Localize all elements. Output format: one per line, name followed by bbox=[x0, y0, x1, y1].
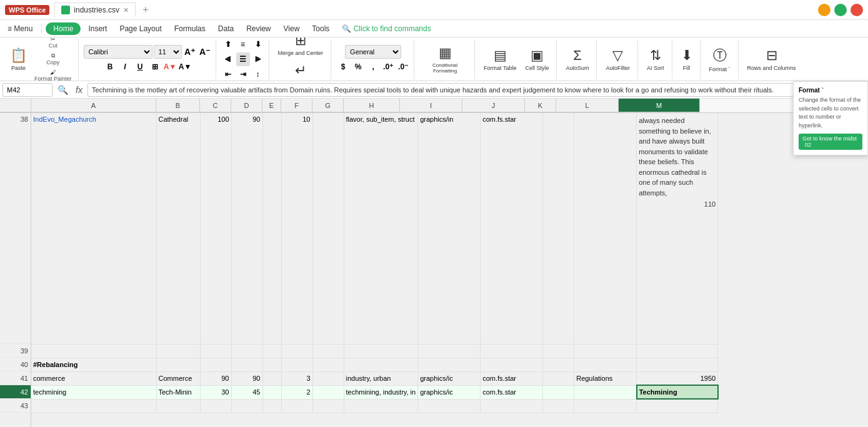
menu-view[interactable]: View bbox=[279, 22, 305, 35]
cell-M39[interactable] bbox=[637, 344, 718, 358]
cell-L39[interactable] bbox=[574, 344, 637, 358]
cell-K43[interactable] bbox=[543, 399, 574, 413]
cell-E38[interactable] bbox=[262, 113, 281, 344]
cell-J38[interactable]: com.fs.star bbox=[481, 113, 543, 344]
merge-center-button[interactable]: ⊞ Merge and Center bbox=[274, 37, 327, 59]
cell-B38[interactable]: Cathedral bbox=[156, 113, 200, 344]
cell-C40[interactable] bbox=[200, 358, 231, 371]
cell-G41[interactable] bbox=[312, 371, 344, 385]
row-num-38[interactable]: 38 bbox=[0, 113, 31, 344]
cell-F38[interactable]: 10 bbox=[281, 113, 312, 344]
cell-J41[interactable]: com.fs.star bbox=[481, 371, 543, 385]
cell-A39[interactable] bbox=[31, 344, 156, 358]
cell-J42[interactable]: com.fs.star bbox=[481, 385, 543, 399]
bold-button[interactable]: B bbox=[103, 60, 117, 74]
cell-A43[interactable] bbox=[31, 399, 156, 413]
cell-L41[interactable]: Regulations bbox=[574, 371, 637, 385]
font-color-button[interactable]: A▼ bbox=[178, 60, 192, 74]
cell-K41[interactable] bbox=[543, 371, 574, 385]
cell-C41[interactable]: 90 bbox=[200, 371, 231, 385]
cell-H41[interactable]: industry, urban bbox=[344, 371, 418, 385]
file-tab[interactable]: industries.csv ✕ bbox=[54, 2, 136, 17]
italic-button[interactable]: I bbox=[118, 60, 132, 74]
decrease-decimal-button[interactable]: .0⁻ bbox=[396, 60, 410, 74]
sort-button[interactable]: ⇅ AI Sort bbox=[643, 45, 668, 74]
border-button[interactable]: ⊞ bbox=[148, 60, 162, 74]
col-header-D[interactable]: D bbox=[231, 99, 262, 112]
font-size-select[interactable]: 11 bbox=[154, 45, 182, 59]
cell-B43[interactable] bbox=[156, 399, 200, 413]
align-bottom-button[interactable]: ⬇ bbox=[251, 37, 265, 51]
cell-E39[interactable] bbox=[262, 344, 281, 358]
number-format-select[interactable]: General bbox=[345, 45, 401, 59]
align-right-button[interactable]: ⫸ bbox=[251, 52, 265, 66]
cell-L38[interactable] bbox=[574, 113, 637, 344]
cell-E42[interactable] bbox=[262, 385, 281, 399]
cell-E40[interactable] bbox=[262, 358, 281, 371]
col-header-H[interactable]: H bbox=[344, 99, 400, 112]
col-header-F[interactable]: F bbox=[281, 99, 312, 112]
col-header-I[interactable]: I bbox=[400, 99, 462, 112]
cell-C43[interactable] bbox=[200, 399, 231, 413]
cell-H42[interactable]: techmining, industry, in bbox=[344, 385, 418, 399]
indent-right-button[interactable]: ⇥ bbox=[236, 67, 250, 81]
fill-button[interactable]: ⬇ Fill bbox=[677, 45, 696, 74]
zoom-icon[interactable]: 🔍 bbox=[55, 85, 71, 95]
rows-cols-button[interactable]: ⊟ Rows and Columns bbox=[744, 45, 800, 74]
cell-D39[interactable] bbox=[231, 344, 262, 358]
cell-I43[interactable] bbox=[418, 399, 481, 413]
autofilter-button[interactable]: ▽ AutoFilter bbox=[602, 45, 634, 74]
cell-H40[interactable] bbox=[344, 358, 418, 371]
cell-A42[interactable]: techmining bbox=[31, 385, 156, 399]
cell-D43[interactable] bbox=[231, 399, 262, 413]
maximize-button[interactable] bbox=[834, 4, 847, 16]
cell-G40[interactable] bbox=[312, 358, 344, 371]
underline-button[interactable]: U bbox=[133, 60, 147, 74]
col-header-A[interactable]: A bbox=[31, 99, 156, 112]
increase-decimal-button[interactable]: .0⁺ bbox=[381, 60, 395, 74]
new-tab-icon[interactable]: ＋ bbox=[141, 3, 151, 16]
font-family-select[interactable]: Calibri bbox=[84, 45, 152, 59]
fill-color-button[interactable]: A▼ bbox=[163, 60, 177, 74]
align-top-button[interactable]: ⬆ bbox=[221, 37, 235, 51]
cell-J39[interactable] bbox=[481, 344, 543, 358]
cell-A41[interactable]: commerce bbox=[31, 371, 156, 385]
row-num-41[interactable]: 41 bbox=[0, 371, 31, 385]
menu-formulas[interactable]: Formulas bbox=[169, 22, 211, 35]
cell-A40[interactable]: #Rebalancing bbox=[31, 358, 156, 371]
cell-M43[interactable] bbox=[637, 399, 718, 413]
menu-tools[interactable]: Tools bbox=[307, 22, 334, 35]
cell-reference-input[interactable] bbox=[2, 83, 52, 97]
col-header-K[interactable]: K bbox=[525, 99, 556, 112]
align-middle-button[interactable]: ≡ bbox=[236, 37, 250, 51]
cell-C39[interactable] bbox=[200, 344, 231, 358]
format-painter-button[interactable]: 🖌 Format Painter bbox=[32, 68, 74, 81]
text-direction-button[interactable]: ↕ bbox=[251, 67, 265, 81]
menu-page-layout[interactable]: Page Layout bbox=[114, 22, 166, 35]
cell-F40[interactable] bbox=[281, 358, 312, 371]
cell-H38[interactable]: flavor, sub_item, struct bbox=[344, 113, 418, 344]
comma-button[interactable]: , bbox=[366, 60, 380, 74]
cell-L43[interactable] bbox=[574, 399, 637, 413]
cell-K40[interactable] bbox=[543, 358, 574, 371]
col-header-E[interactable]: E bbox=[262, 99, 281, 112]
cell-K42[interactable] bbox=[543, 385, 574, 399]
cell-I42[interactable]: graphics/ic bbox=[418, 385, 481, 399]
col-header-B[interactable]: B bbox=[156, 99, 200, 112]
cell-C42[interactable]: 30 bbox=[200, 385, 231, 399]
cell-H43[interactable] bbox=[344, 399, 418, 413]
col-header-M[interactable]: M bbox=[619, 99, 700, 112]
cell-F42[interactable]: 2 bbox=[281, 385, 312, 399]
paste-button[interactable]: 📋 Paste bbox=[6, 45, 31, 74]
wps-logo[interactable]: WPS Office bbox=[5, 5, 49, 15]
cell-A38[interactable]: IndEvo_Megachurch bbox=[31, 113, 156, 344]
cell-M41[interactable]: 1950 bbox=[637, 371, 718, 385]
row-num-39[interactable]: 39 bbox=[0, 344, 31, 358]
close-button[interactable] bbox=[851, 4, 863, 16]
cell-L42[interactable] bbox=[574, 385, 637, 399]
grid-area[interactable]: IndEvo_Megachurch Cathedral 100 90 10 fl… bbox=[31, 113, 868, 427]
cell-L40[interactable] bbox=[574, 358, 637, 371]
cell-K38[interactable] bbox=[543, 113, 574, 344]
menu-hamburger[interactable]: ≡ Menu bbox=[2, 22, 37, 35]
cell-K39[interactable] bbox=[543, 344, 574, 358]
